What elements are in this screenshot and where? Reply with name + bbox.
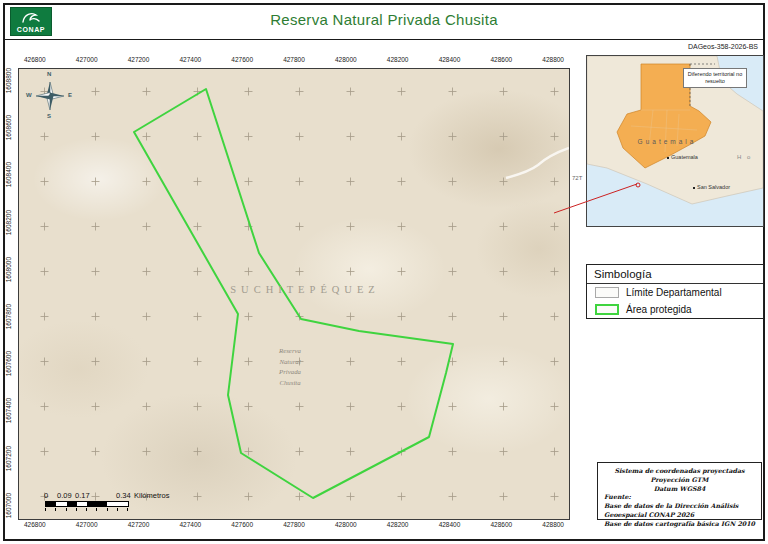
inset-locator-map: Diferendo territorial no resuelto Guatem…	[586, 55, 764, 227]
y-label: 1608200	[6, 210, 13, 235]
legend-item-departmental: Límite Departamental	[587, 284, 763, 301]
legend-label: Área protegida	[626, 304, 692, 315]
scale-tick-label: 0.34	[116, 491, 131, 500]
x-label: 428400	[439, 56, 461, 63]
reserve-name-label: Reserva Natural Privada Chusita	[252, 346, 328, 388]
protected-area-swatch	[595, 304, 619, 315]
x-label: 428400	[439, 521, 461, 528]
x-label: 428200	[387, 56, 409, 63]
y-label: 1608800	[6, 68, 13, 93]
source-info-box: Sistema de coordenadas proyectadas Proye…	[597, 462, 762, 520]
header-divider	[5, 39, 763, 40]
x-label: 427000	[76, 521, 98, 528]
y-label: 1607400	[6, 398, 13, 423]
x-label: 426800	[24, 56, 46, 63]
compass-s: S	[47, 113, 51, 119]
compass-e: E	[68, 92, 72, 98]
x-label: 427800	[283, 521, 305, 528]
y-label: 1608600	[6, 115, 13, 140]
x-label: 428800	[542, 521, 564, 528]
x-label: 427000	[76, 56, 98, 63]
y-label: 1608400	[6, 162, 13, 187]
scale-tick-label: 0	[44, 491, 48, 500]
y-label: 1607000	[6, 493, 13, 518]
x-axis-labels-top: 426800 427000 427200 427400 427600 42780…	[18, 56, 570, 63]
x-label: 427200	[128, 521, 150, 528]
department-label: SUCHITEPÉQUEZ	[185, 284, 425, 295]
legend-box: Simbología Límite Departamental Área pro…	[586, 264, 764, 319]
compass-n: N	[47, 71, 51, 77]
scale-bar-ticks	[45, 508, 129, 511]
grid-zone-label: 72T	[572, 175, 582, 181]
projection-line: Proyección GTM	[604, 476, 755, 485]
y-label: 1607800	[6, 304, 13, 329]
inset-country-label: Guatemala	[617, 138, 717, 145]
x-axis-labels-bottom: 426800 427000 427200 427400 427600 42780…	[18, 521, 570, 528]
x-label: 427400	[179, 56, 201, 63]
y-axis-labels: 1608800 1608600 1608400 1608200 1608000 …	[3, 68, 15, 518]
territorial-note: Diferendo territorial no resuelto	[683, 68, 747, 88]
legend-item-protected-area: Área protegida	[587, 301, 763, 318]
projection-line: Sistema de coordenadas proyectadas	[604, 467, 755, 476]
inset-san-salvador-label: San Salvador	[693, 184, 730, 190]
x-label: 427200	[128, 56, 150, 63]
x-label: 428600	[490, 521, 512, 528]
reserve-name-line: Privada	[252, 367, 328, 378]
x-label: 426800	[24, 521, 46, 528]
x-label: 428800	[542, 56, 564, 63]
scale-bar-ruler	[45, 501, 129, 507]
y-label: 1608000	[6, 257, 13, 282]
scale-unit-label: Kilómetros	[134, 491, 169, 500]
reserve-name-line: Chusita	[252, 378, 328, 389]
x-label: 428000	[335, 56, 357, 63]
projection-line: Datum WGS84	[604, 485, 755, 494]
reserve-name-line: Reserva	[252, 346, 328, 357]
x-label: 428200	[387, 521, 409, 528]
x-label: 427600	[231, 521, 253, 528]
x-label: 427400	[179, 521, 201, 528]
scale-bar: 0 0.09 0.17 0.34 Kilómetros	[44, 491, 214, 515]
inset-honduras-label: H o	[737, 154, 752, 160]
x-label: 428600	[490, 56, 512, 63]
y-label: 1607600	[6, 351, 13, 376]
legend-title: Simbología	[587, 265, 763, 284]
scale-tick-label: 0.17	[75, 491, 90, 500]
departmental-boundary-swatch	[595, 287, 619, 298]
x-label: 427600	[231, 56, 253, 63]
inset-city-label: Guatemala	[667, 154, 698, 160]
page-title: Reserva Natural Privada Chusita	[0, 11, 768, 28]
y-label: 1607200	[6, 446, 13, 471]
map-sheet: CONAP Reserva Natural Privada Chusita DA…	[0, 0, 768, 544]
scale-tick-label: 0.09	[57, 491, 72, 500]
compass-w: W	[26, 92, 32, 98]
fuente-label: Fuente:	[604, 493, 755, 502]
compass-rose: N E S W	[26, 72, 74, 120]
document-code: DAGeos-358-2026-BS	[688, 43, 758, 50]
legend-label: Límite Departamental	[626, 287, 722, 298]
reserve-name-line: Natural	[252, 357, 328, 368]
x-label: 428000	[335, 521, 357, 528]
source-line: Base de datos cartografía básica IGN 201…	[604, 520, 755, 529]
source-line: Base de datos de la Dirección Análisis G…	[604, 502, 755, 520]
x-label: 427800	[283, 56, 305, 63]
